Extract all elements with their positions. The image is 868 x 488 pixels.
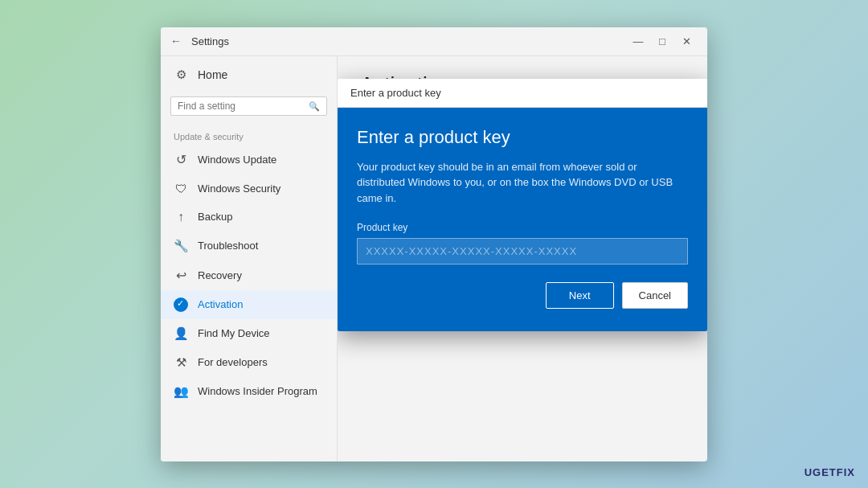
dialog-description: Your product key should be in an email f… — [357, 159, 688, 207]
sidebar-item-activation[interactable]: Activation — [161, 290, 337, 319]
sidebar-item-label: Activation — [198, 298, 243, 310]
backup-icon: ↑ — [174, 210, 188, 224]
update-icon: ↺ — [174, 152, 188, 167]
dialog-body: Enter a product key Your product key sho… — [338, 108, 707, 332]
activation-icon — [174, 297, 188, 312]
product-key-label: Product key — [357, 222, 688, 233]
title-bar: ← Settings — □ ✕ — [161, 27, 707, 56]
sidebar-item-windows-update[interactable]: ↺ Windows Update — [161, 145, 337, 174]
sidebar-item-label: Recovery — [198, 269, 242, 281]
sidebar-item-recovery[interactable]: ↩ Recovery — [161, 260, 337, 290]
sidebar-section-label: Update & security — [161, 122, 337, 145]
devs-icon: ⚒ — [174, 355, 188, 370]
sidebar-item-backup[interactable]: ↑ Backup — [161, 203, 337, 232]
content-area: Activation Windows Edition Windows 10 Pr… — [338, 56, 707, 461]
product-key-dialog: Enter a product key Enter a product key … — [338, 79, 707, 332]
trouble-icon: 🔧 — [174, 239, 188, 253]
sidebar-home-label: Home — [198, 68, 227, 81]
dialog-overlay: Enter a product key Enter a product key … — [338, 56, 707, 461]
shield-icon: 🛡 — [174, 182, 188, 195]
sidebar-item-label: Windows Update — [198, 154, 276, 166]
finddevice-icon: 👤 — [174, 326, 188, 341]
search-icon — [309, 100, 320, 112]
dialog-buttons: Next Cancel — [357, 282, 688, 309]
sidebar-item-label: Windows Insider Program — [198, 385, 317, 397]
insider-icon: 👥 — [174, 384, 188, 399]
search-input[interactable] — [178, 100, 304, 112]
sidebar-item-label: For developers — [198, 356, 268, 368]
back-button[interactable]: ← — [170, 35, 182, 47]
settings-window: ← Settings — □ ✕ Home Update & security — [161, 27, 707, 461]
sidebar-item-label: Troubleshoot — [198, 240, 258, 252]
gear-icon — [174, 68, 188, 82]
recovery-icon: ↩ — [174, 268, 188, 283]
watermark: UGETFIX — [805, 466, 855, 478]
dialog-header: Enter a product key — [338, 79, 707, 108]
sidebar-item-home[interactable]: Home — [161, 59, 337, 90]
close-button[interactable]: ✕ — [675, 30, 698, 52]
window-title: Settings — [191, 35, 627, 47]
sidebar-item-windows-insider[interactable]: 👥 Windows Insider Program — [161, 377, 337, 406]
sidebar-item-find-my-device[interactable]: 👤 Find My Device — [161, 319, 337, 348]
maximize-button[interactable]: □ — [651, 30, 674, 52]
main-area: Home Update & security ↺ Windows Update … — [161, 56, 707, 461]
sidebar-item-windows-security[interactable]: 🛡 Windows Security — [161, 174, 337, 203]
cancel-button[interactable]: Cancel — [622, 282, 688, 309]
next-button[interactable]: Next — [546, 282, 614, 309]
sidebar-item-for-developers[interactable]: ⚒ For developers — [161, 348, 337, 377]
sidebar-item-label: Windows Security — [198, 182, 280, 195]
product-key-input[interactable] — [357, 238, 688, 265]
sidebar-item-label: Find My Device — [198, 327, 270, 339]
window-controls: — □ ✕ — [627, 30, 698, 52]
sidebar-item-troubleshoot[interactable]: 🔧 Troubleshoot — [161, 232, 337, 260]
sidebar: Home Update & security ↺ Windows Update … — [161, 56, 338, 461]
dialog-title: Enter a product key — [357, 127, 688, 148]
minimize-button[interactable]: — — [627, 30, 649, 52]
sidebar-search-container[interactable] — [170, 96, 327, 116]
sidebar-item-label: Backup — [198, 211, 232, 223]
